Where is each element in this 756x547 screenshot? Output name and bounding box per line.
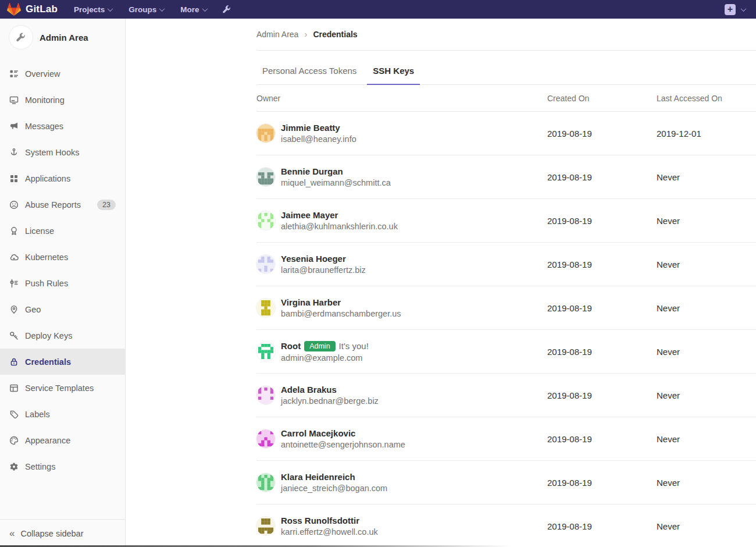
sidebar-item-label: Deploy Keys (25, 331, 72, 340)
frown-face-icon (9, 200, 19, 209)
navbar-menus: Projects Groups More (66, 0, 215, 19)
monitor-icon (9, 95, 19, 105)
user-name: Adela Brakus (281, 385, 337, 395)
sidebar-item-overview[interactable]: Overview (0, 61, 125, 87)
created-on-cell: 2019-08-19 (547, 478, 657, 488)
sidebar-item-settings[interactable]: Settings (0, 453, 125, 479)
user-avatar (256, 517, 275, 535)
sidebar-item-label: Kubernetes (25, 253, 68, 262)
gear-icon (9, 462, 19, 471)
sidebar-item-labels[interactable]: Labels (0, 401, 125, 427)
owner-cell: Root Admin It's you! admin@example.com (256, 341, 547, 363)
user-name: Carrol Macejkovic (281, 428, 355, 438)
user-email: antoinette@sengerjohnson.name (281, 440, 405, 449)
overview-icon (9, 69, 19, 79)
sidebar-item-label: Credentials (25, 357, 71, 367)
sidebar-item-credentials[interactable]: Credentials (0, 349, 125, 375)
user-email: larita@brauneffertz.biz (281, 265, 366, 275)
created-on-cell: 2019-08-19 (547, 172, 657, 182)
sidebar-item-label: License (25, 226, 54, 236)
user-name: Klara Heidenreich (281, 472, 355, 482)
nav-menu-label: Groups (129, 5, 156, 14)
layout-icon (9, 383, 19, 393)
table-row: Klara Heidenreich janiece_streich@bogan.… (256, 461, 756, 505)
nav-menu-more[interactable]: More (172, 0, 215, 19)
created-on-cell: 2019-08-19 (547, 129, 657, 138)
wrench-icon (16, 32, 26, 42)
wrench-icon (222, 5, 231, 14)
sidebar-item-label: Push Rules (25, 279, 68, 288)
palette-icon (9, 436, 19, 445)
tab-personal-access-tokens[interactable]: Personal Access Tokens (256, 58, 362, 85)
last-accessed-cell: Never (657, 434, 756, 444)
new-menu-button[interactable]: + (725, 4, 736, 15)
last-accessed-cell: Never (657, 478, 756, 488)
its-you-note: It's you! (339, 341, 369, 351)
tag-icon (9, 410, 19, 419)
sidebar-item-label: Settings (25, 462, 55, 471)
brand-name: GitLab (26, 3, 58, 15)
sidebar-item-label: Service Templates (25, 383, 94, 393)
lock-icon (9, 357, 19, 367)
sidebar-item-appearance[interactable]: Appearance (0, 427, 125, 453)
chevron-down-icon (159, 6, 165, 12)
sidebar-title: Admin Area (40, 33, 88, 42)
gitlab-logo[interactable]: GitLab (7, 2, 58, 16)
megaphone-icon (9, 122, 19, 131)
sidebar-item-kubernetes[interactable]: Kubernetes (0, 244, 125, 270)
user-avatar (256, 386, 275, 404)
collapse-sidebar-label: Collapse sidebar (20, 529, 83, 538)
user-avatar (256, 473, 275, 492)
sidebar-item-applications[interactable]: Applications (0, 165, 125, 191)
last-accessed-cell: Never (657, 216, 756, 226)
sidebar-item-license[interactable]: License (0, 218, 125, 244)
sidebar-item-label: Labels (25, 410, 50, 419)
breadcrumb-admin-area[interactable]: Admin Area (256, 30, 298, 39)
new-menu-caret[interactable] (741, 8, 746, 12)
created-on-cell: 2019-08-19 (547, 347, 657, 357)
sidebar-item-messages[interactable]: Messages (0, 113, 125, 139)
sidebar-item-monitoring[interactable]: Monitoring (0, 87, 125, 113)
user-email: karri.effertz@howell.co.uk (281, 527, 378, 537)
owner-cell: Virgina Harber bambi@erdmanschamberger.u… (256, 297, 547, 318)
sidebar-context-header[interactable]: Admin Area (0, 19, 125, 56)
table-row: Jimmie Beatty isabell@heaney.info 2019-0… (256, 112, 756, 155)
collapse-sidebar-button[interactable]: « Collapse sidebar (0, 519, 125, 547)
tanuki-icon (7, 2, 21, 16)
sidebar-item-label: Monitoring (25, 95, 65, 105)
chevron-down-icon (741, 6, 747, 12)
nav-menu-label: More (180, 5, 199, 14)
chevron-down-icon (202, 6, 208, 12)
hook-icon (9, 148, 19, 157)
breadcrumb: Admin Area › Credentials (256, 19, 756, 51)
user-avatar (256, 211, 275, 230)
user-name: Ross Runolfsdottir (281, 516, 359, 525)
user-email: bambi@erdmanschamberger.us (281, 309, 401, 318)
sidebar-item-label: Applications (25, 174, 70, 183)
admin-area-shortcut[interactable] (215, 5, 238, 14)
user-email: admin@example.com (281, 353, 369, 363)
table-row: Root Admin It's you! admin@example.com 2… (256, 330, 756, 374)
user-name: Bennie Durgan (281, 166, 343, 176)
user-avatar (256, 124, 275, 143)
sidebar-item-label: Abuse Reports (25, 200, 81, 209)
nav-menu-groups[interactable]: Groups (120, 0, 172, 19)
sidebar-item-push-rules[interactable]: Push Rules (0, 270, 125, 296)
sidebar-item-service-templates[interactable]: Service Templates (0, 375, 125, 401)
nav-menu-projects[interactable]: Projects (66, 0, 120, 19)
created-on-cell: 2019-08-19 (547, 260, 657, 269)
apps-grid-icon (9, 174, 19, 183)
tab-ssh-keys[interactable]: SSH Keys (367, 58, 420, 85)
breadcrumb-credentials: Credentials (313, 30, 357, 39)
owner-cell: Yesenia Hoeger larita@brauneffertz.biz (256, 254, 547, 275)
sidebar-item-geo[interactable]: Geo (0, 296, 125, 322)
count-badge: 23 (97, 200, 116, 210)
sidebar-item-label: System Hooks (25, 148, 79, 157)
column-last-accessed-on: Last Accessed On (657, 94, 756, 103)
sidebar-item-abuse-reports[interactable]: Abuse Reports 23 (0, 191, 125, 218)
sidebar-item-system-hooks[interactable]: System Hooks (0, 139, 125, 165)
user-avatar (256, 168, 275, 186)
main-content: Admin Area › Credentials Personal Access… (126, 19, 756, 547)
sidebar-item-deploy-keys[interactable]: Deploy Keys (0, 322, 125, 349)
owner-cell: Ross Runolfsdottir karri.effertz@howell.… (256, 516, 547, 537)
